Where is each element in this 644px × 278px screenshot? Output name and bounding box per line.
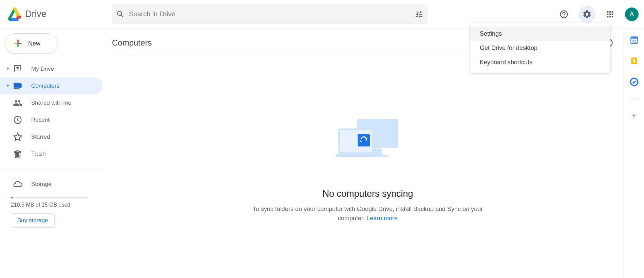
sidebar-item-computers[interactable]: Computers [0,77,102,94]
search-icon[interactable] [116,10,125,19]
sidebar-item-label: Recent [31,117,50,123]
shared-icon [13,98,22,108]
plus-icon [13,38,23,49]
learn-more-link[interactable]: Learn more [366,215,398,222]
search-bar[interactable] [112,4,428,24]
help-icon [559,10,569,19]
app-name: Drive [25,9,46,19]
search-input[interactable] [125,10,415,18]
empty-title: No computers syncing [322,189,413,199]
apps-grid-icon [605,10,615,19]
sidebar-item-storage[interactable]: Storage [0,176,105,193]
get-addons-button[interactable]: + [631,111,637,121]
sidebar-item-my-drive[interactable]: My Drive [0,60,102,77]
drive-logo-icon [7,7,22,21]
svg-rect-5 [358,134,370,146]
apps-button[interactable] [602,6,618,22]
empty-subtitle: To sync folders on your computer with Go… [246,205,490,223]
avatar-initial: A [629,10,634,18]
side-panel-divider [630,99,639,99]
settings-button[interactable] [579,6,595,22]
star-icon [13,132,22,142]
drive-logo[interactable]: Drive [7,7,112,21]
chevron-right-icon [6,67,10,71]
sidebar-item-starred[interactable]: Starred [0,128,102,145]
sidebar-item-trash[interactable]: Trash [0,145,102,162]
keep-icon[interactable] [630,56,639,65]
page-title: Computers [112,38,152,48]
buy-storage-button[interactable]: Buy storage [11,213,55,228]
tasks-icon[interactable] [630,77,639,86]
sidebar-item-label: Starred [31,134,50,140]
computers-illustration [334,117,402,161]
empty-state: No computers syncing To sync folders on … [112,117,624,223]
sidebar-item-recent[interactable]: Recent [0,111,102,128]
new-button-label: New [28,40,40,47]
my-drive-icon [13,64,22,74]
gear-icon [582,10,592,19]
support-button[interactable] [556,6,572,22]
menu-item-get-drive-desktop[interactable]: Get Drive for desktop [470,41,610,55]
sidebar: New My Drive Computers Shared with me [0,29,105,278]
svg-rect-4 [336,154,376,157]
svg-text:31: 31 [632,39,636,43]
storage-progress [11,197,88,198]
svg-rect-11 [633,61,634,63]
settings-menu: Settings Get Drive for desktop Keyboard … [470,23,610,73]
menu-item-settings[interactable]: Settings [470,27,610,41]
sidebar-item-label: Storage [31,181,52,188]
trash-icon [13,149,22,159]
cloud-icon [13,179,22,189]
sidebar-item-label: Computers [31,83,59,89]
search-options-icon[interactable] [415,10,423,19]
computers-icon [13,81,22,91]
sidebar-item-label: Trash [31,151,46,157]
clock-icon [13,115,22,125]
menu-item-keyboard-shortcuts[interactable]: Keyboard shortcuts [470,55,610,69]
header-actions: A [542,6,639,22]
sidebar-item-shared[interactable]: Shared with me [0,94,102,111]
sidebar-item-label: Shared with me [31,100,71,106]
storage-usage-text: 210.5 MB of 15 GB used [11,202,105,208]
new-button[interactable]: New [5,33,58,54]
account-avatar[interactable]: A [625,7,639,21]
sidebar-item-label: My Drive [31,66,54,72]
svg-point-10 [633,59,635,62]
chevron-right-icon [6,84,10,88]
side-panel: 31 + [624,29,644,278]
calendar-icon[interactable]: 31 [630,35,639,44]
svg-rect-7 [631,37,638,38]
